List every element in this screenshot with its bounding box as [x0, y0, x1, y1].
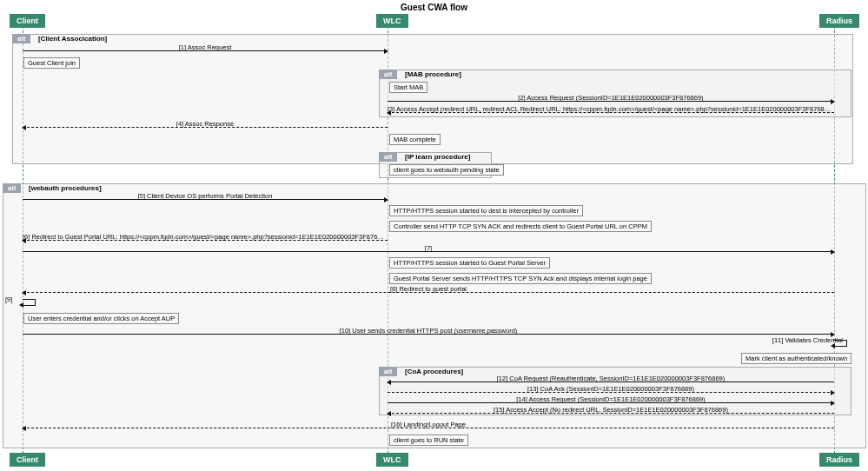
alt-tag-assoc: alt	[12, 34, 30, 43]
note-http-gp: HTTP/HTTPS session started to Guest Port…	[389, 257, 550, 269]
label-m14: [14] Access Request (SessionID=1E1E1E020…	[388, 395, 834, 403]
alt-tag-webauth: alt	[3, 183, 21, 193]
page-title: Guest CWA flow	[0, 0, 868, 15]
label-m6: [6] Redirect to Guest Portal URL: https:…	[23, 233, 388, 241]
label-m8: [8] Redirect to guest portal	[23, 285, 834, 293]
sequence-diagram: Client WLC Radius alt [Client Associcati…	[0, 14, 868, 466]
participant-client-bot: Client	[10, 453, 45, 467]
note-mark-auth: Mark client as authenticated/known	[741, 353, 851, 364]
label-m9: [9]	[5, 295, 12, 303]
label-m4: [4] Assoc Response	[23, 120, 388, 128]
label-m3: [3] Access Accept (redirect URL, redirec…	[388, 105, 834, 113]
participant-radius-bot: Radius	[819, 453, 859, 467]
label-m2: [2] Access Request (SessionID=1E1E1E0200…	[388, 94, 834, 102]
participant-radius-top: Radius	[819, 14, 859, 28]
arrow-m9	[23, 299, 36, 306]
participant-wlc-bot: WLC	[376, 453, 408, 467]
label-m11: [11] Validates Credential	[756, 336, 843, 344]
note-start-mab: Start MAB	[389, 82, 427, 93]
label-m5: [5] Client Device OS performs Portal Det…	[23, 192, 388, 200]
label-m1: [1] Assoc Request	[23, 43, 388, 51]
note-http-intercept: HTTP/HTTPS session started to dest is in…	[389, 205, 583, 216]
label-m15: [15] Access Accept (No redirect URL, Ses…	[388, 406, 834, 414]
alt-label-assoc: [Client Assocication]	[38, 35, 107, 43]
label-m10: [10] User sends credential HTTPS post (u…	[23, 327, 834, 335]
note-ctrl-redirects: Controller send HTTP TCP SYN ACK and red…	[389, 221, 652, 232]
note-mab-complete: MAB complete	[389, 134, 441, 145]
alt-label-mab: [MAB procedure]	[405, 70, 461, 78]
arrow-m11	[834, 340, 847, 347]
label-m13: [13] CoA Ack (SessionID=1E1E1E020000003F…	[388, 385, 834, 393]
alt-label-iplearn: [IP learn procedure]	[405, 153, 470, 161]
label-m16: [16] Landing/Logout Page	[23, 421, 834, 428]
note-guest-join: Guest Client join	[23, 57, 80, 69]
note-user-creds: User enters credential and/or clicks on …	[23, 313, 179, 324]
label-m7: [7]	[23, 244, 834, 252]
participant-wlc-top: WLC	[376, 14, 408, 28]
label-m12: [12] CoA Request (Reauthenticate, Sessio…	[388, 375, 834, 382]
note-gp-syn: Guest Portal Server sends HTTP/HTTPS TCP…	[389, 273, 652, 284]
alt-tag-iplearn: alt	[379, 152, 397, 162]
alt-label-webauth: [webauth procedures]	[29, 184, 102, 192]
participant-client-top: Client	[10, 14, 45, 28]
note-webauth-pending: client goes to webauth pending state	[389, 164, 504, 176]
alt-tag-mab: alt	[379, 70, 397, 79]
note-run-state: client goes to RUN state	[389, 435, 468, 446]
